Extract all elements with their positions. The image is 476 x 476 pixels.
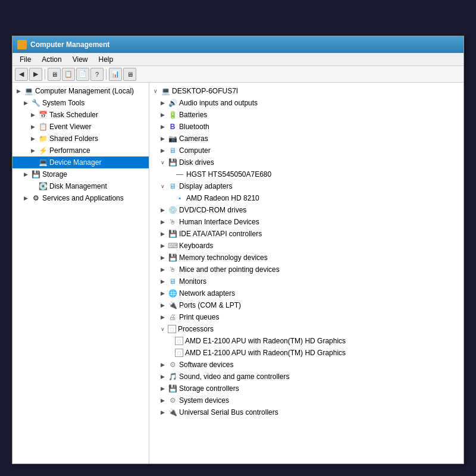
menu-help[interactable]: Help (94, 54, 118, 65)
diskdrives-expand: ∨ (159, 159, 166, 166)
view-button[interactable]: 📊 (109, 68, 122, 81)
device-processors[interactable]: ∨ □ Processors (149, 323, 464, 335)
device-proc-1[interactable]: □ AMD E1-2100 APU with Radeon(TM) HD Gra… (149, 335, 464, 347)
proc-label: Processors (178, 325, 214, 333)
window-icon (17, 40, 27, 49)
hgst-icon: — (175, 170, 184, 179)
device-storage-ctrl[interactable]: ▶ 💾 Storage controllers (149, 383, 464, 394)
tree-services[interactable]: ▶ ⚙ Services and Applications (12, 192, 149, 204)
device-bluetooth[interactable]: ▶ B Bluetooth (149, 121, 464, 133)
device-usb[interactable]: ▶ 🔌 Universal Serial Bus controllers (149, 406, 464, 418)
hgst-label: HGST HTS545050A7E680 (186, 170, 271, 178)
tree-shared-folders[interactable]: ▶ 📁 Shared Folders (12, 133, 149, 145)
tree-performance[interactable]: ▶ ⚡ Performance (12, 145, 149, 156)
network-label: Network adapters (179, 289, 235, 298)
device-cameras[interactable]: ▶ 📷 Cameras (149, 133, 464, 145)
menu-bar: File Action View Help (12, 53, 464, 66)
properties-button[interactable]: 📋 (62, 68, 75, 81)
ide-label: IDE ATA/ATAPI controllers (179, 230, 262, 238)
event-expand: ▶ (29, 123, 36, 130)
tree-storage[interactable]: ▶ 💾 Storage (12, 168, 149, 180)
proc1-label: AMD E1-2100 APU with Radeon(TM) HD Graph… (185, 337, 346, 345)
usb-icon: 🔌 (168, 408, 177, 417)
root-expand-icon: ▶ (15, 87, 22, 95)
device-software[interactable]: ▶ ⚙ Software devices (149, 359, 464, 371)
menu-file[interactable]: File (15, 54, 36, 65)
tree-disk-mgmt[interactable]: 💽 Disk Management (12, 180, 149, 192)
audio-expand: ▶ (159, 99, 166, 107)
batteries-expand: ▶ (159, 111, 166, 118)
display-expand: ∨ (159, 183, 166, 190)
usb-expand: ▶ (159, 409, 166, 416)
sysdev-expand: ▶ (159, 397, 166, 404)
monitor-button[interactable]: 🖥 (123, 68, 136, 81)
device-hgst[interactable]: — HGST HTS545050A7E680 (149, 168, 464, 180)
cameras-expand: ▶ (159, 135, 166, 142)
device-disk-drives[interactable]: ∨ 💾 Disk drives (149, 156, 464, 168)
sound-label: Sound, video and game controllers (179, 372, 289, 381)
device-dvd[interactable]: ▶ 💿 DVD/CD-ROM drives (149, 204, 464, 216)
shared-expand: ▶ (29, 135, 36, 142)
toolbar-sep-1 (45, 69, 45, 80)
monitors-expand: ▶ (159, 278, 166, 285)
keyboards-label: Keyboards (179, 242, 213, 250)
device-mice[interactable]: ▶ 🖱 Mice and other pointing devices (149, 264, 464, 275)
tree-task-scheduler[interactable]: ▶ 📅 Task Scheduler (12, 109, 149, 121)
device-monitors[interactable]: ▶ 🖥 Monitors (149, 275, 464, 287)
menu-action[interactable]: Action (37, 54, 66, 65)
software-icon: ⚙ (168, 360, 177, 369)
device-proc-2[interactable]: □ AMD E1-2100 APU with Radeon(TM) HD Gra… (149, 347, 464, 359)
device-memory[interactable]: ▶ 💾 Memory technology devices (149, 252, 464, 264)
tree-root[interactable]: ▶ 💻 Computer Management (Local) (12, 85, 149, 97)
device-hid[interactable]: ▶ 🖱 Human Interface Devices (149, 216, 464, 228)
left-pane: ▶ 💻 Computer Management (Local) ▶ 🔧 Syst… (12, 83, 149, 464)
event-icon: 📋 (38, 122, 48, 131)
storage-icon: 💾 (31, 170, 40, 179)
sysdev-label: System devices (179, 396, 229, 405)
hid-label: Human Interface Devices (179, 218, 259, 226)
device-sysdev[interactable]: ▶ ⚙ System devices (149, 394, 464, 406)
window-title: Computer Management (30, 40, 109, 49)
computer-label: Computer (179, 146, 211, 155)
device-network[interactable]: ▶ 🌐 Network adapters (149, 287, 464, 299)
dvd-icon: 💿 (168, 205, 177, 215)
software-label: Software devices (179, 361, 233, 369)
device-batteries[interactable]: ▶ 🔋 Batteries (149, 109, 464, 121)
device-audio[interactable]: ▶ 🔊 Audio inputs and outputs (149, 97, 464, 109)
bluetooth-label: Bluetooth (179, 123, 209, 131)
device-display[interactable]: ∨ 🖥 Display adapters (149, 180, 464, 192)
device-root[interactable]: ∨ 💻 DESKTOP-6OFUS7I (149, 85, 464, 97)
computer-button[interactable]: 🖥 (48, 68, 61, 81)
diskmgmt-label: Disk Management (49, 182, 107, 190)
event-label: Event Viewer (49, 123, 91, 131)
help-button[interactable]: ? (90, 68, 104, 81)
forward-button[interactable]: ▶ (29, 68, 42, 81)
hid-expand: ▶ (159, 218, 166, 226)
bluetooth-icon: B (168, 122, 177, 131)
device-keyboards[interactable]: ▶ ⌨ Keyboards (149, 240, 464, 252)
title-bar: Computer Management (12, 36, 464, 53)
tree-system-tools[interactable]: ▶ 🔧 System Tools (12, 97, 149, 109)
usb-label: Universal Serial Bus controllers (179, 408, 278, 416)
device-computer[interactable]: ▶ 🖥 Computer (149, 145, 464, 156)
device-amd-radeon[interactable]: ▪ AMD Radeon HD 8210 (149, 192, 464, 204)
refresh-button[interactable]: 📄 (76, 68, 89, 81)
device-ports[interactable]: ▶ 🔌 Ports (COM & LPT) (149, 299, 464, 311)
services-label: Services and Applications (42, 194, 124, 202)
tree-device-manager[interactable]: 💻 Device Manager (12, 156, 149, 168)
back-button[interactable]: ◀ (15, 68, 28, 81)
services-icon: ⚙ (31, 193, 40, 203)
print-expand: ▶ (159, 314, 166, 321)
keyboards-expand: ▶ (159, 242, 166, 249)
device-sound[interactable]: ▶ 🎵 Sound, video and game controllers (149, 371, 464, 383)
batteries-label: Batteries (179, 111, 207, 119)
perf-icon: ⚡ (38, 146, 48, 155)
monitors-icon: 🖥 (168, 277, 177, 286)
tree-event-viewer[interactable]: ▶ 📋 Event Viewer (12, 121, 149, 133)
device-ide[interactable]: ▶ 💾 IDE ATA/ATAPI controllers (149, 228, 464, 240)
dvd-label: DVD/CD-ROM drives (179, 206, 246, 214)
diskmgmt-expand (29, 183, 36, 190)
menu-view[interactable]: View (68, 54, 93, 65)
shared-label: Shared Folders (49, 134, 98, 143)
device-print[interactable]: ▶ 🖨 Print queues (149, 311, 464, 323)
